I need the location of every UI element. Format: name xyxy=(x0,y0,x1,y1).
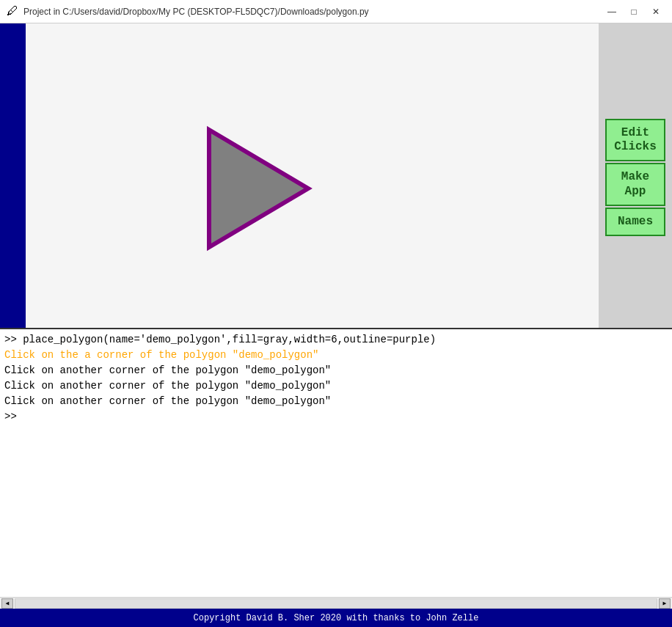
close-button[interactable]: ✕ xyxy=(646,4,666,20)
right-panel: Edit Clicks Make App Names xyxy=(599,23,672,328)
console-line-6: >> xyxy=(4,409,668,425)
console-line-2: Click on the a corner of the polygon "de… xyxy=(4,348,668,363)
console-line-5: Click on another corner of the polygon "… xyxy=(4,394,668,409)
names-button[interactable]: Names xyxy=(605,208,665,236)
demo-polygon[interactable] xyxy=(209,130,308,247)
main-area: Edit Clicks Make App Names >> place_poly… xyxy=(0,23,672,609)
window-title: Project in C:/Users/david/Dropbox/My PC … xyxy=(23,7,602,17)
canvas-svg[interactable] xyxy=(26,23,599,328)
console-section: >> place_polygon(name='demo_polygon',fil… xyxy=(0,328,672,609)
console-output: >> place_polygon(name='demo_polygon',fil… xyxy=(0,329,672,597)
scrollbar-track[interactable] xyxy=(15,598,657,609)
canvas-section: Edit Clicks Make App Names xyxy=(0,23,672,328)
console-line-3: Click on another corner of the polygon "… xyxy=(4,363,668,378)
make-app-button[interactable]: Make App xyxy=(605,163,665,205)
console-line-1: >> place_polygon(name='demo_polygon',fil… xyxy=(4,332,668,348)
maximize-button[interactable]: □ xyxy=(624,4,644,20)
titlebar: 🖊 Project in C:/Users/david/Dropbox/My P… xyxy=(0,0,672,23)
edit-clicks-button[interactable]: Edit Clicks xyxy=(605,119,665,161)
canvas-container[interactable] xyxy=(26,23,599,328)
statusbar: Copyright David B. Sher 2020 with thanks… xyxy=(0,609,672,627)
scroll-left-button[interactable]: ◀ xyxy=(1,598,13,609)
horizontal-scrollbar[interactable]: ◀ ▶ xyxy=(0,597,672,609)
scroll-right-button[interactable]: ▶ xyxy=(659,598,671,609)
window-controls: — □ ✕ xyxy=(602,4,666,20)
statusbar-text: Copyright David B. Sher 2020 with thanks… xyxy=(194,613,479,623)
left-border xyxy=(0,23,26,328)
app-icon: 🖊 xyxy=(6,5,19,18)
console-line-4: Click on another corner of the polygon "… xyxy=(4,378,668,394)
minimize-button[interactable]: — xyxy=(602,4,622,20)
